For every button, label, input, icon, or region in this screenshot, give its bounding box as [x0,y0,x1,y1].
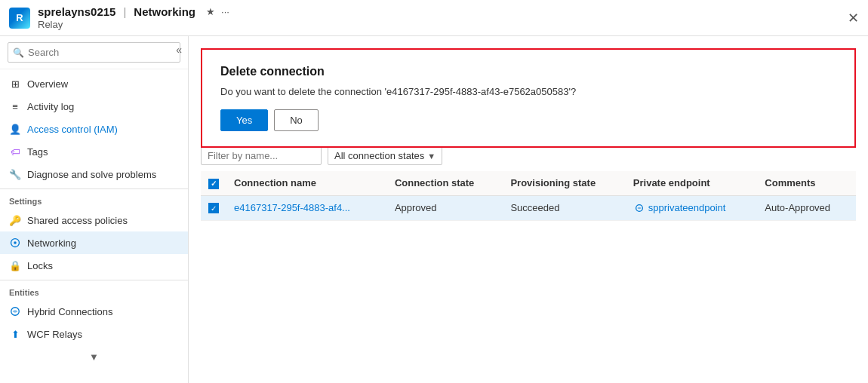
sidebar-collapse-button[interactable]: « [176,44,182,56]
access-control-icon: 👤 [9,123,21,135]
private-endpoint-text: spprivateendpoint [648,202,726,213]
sidebar-item-locks[interactable]: 🔒 Locks [0,254,188,277]
diagnose-icon: 🔧 [9,168,21,180]
activity-log-icon: ≡ [9,100,21,112]
filter-by-name-input[interactable] [201,146,322,165]
sidebar-item-shared-access-label: Shared access policies [27,215,128,226]
row-checkbox[interactable]: ✓ [208,203,219,213]
more-options-icon[interactable]: ··· [221,6,229,17]
connection-states-dropdown-icon[interactable]: ▼ [427,152,436,161]
title-bar: R sprelayns0215 | Networking ★ ··· Relay… [0,0,868,36]
dialog-buttons: Yes No [220,109,836,131]
header-checkbox-cell: ✓ [201,171,226,195]
svg-point-0 [14,241,17,244]
page-title: Networking [134,5,195,18]
column-connection-state: Connection state [387,171,503,195]
networking-icon [9,237,21,249]
column-comments: Comments [757,171,856,195]
entities-section-label: Entities [0,280,188,300]
overview-icon: ⊞ [9,78,21,90]
settings-section-label: Settings [0,188,188,209]
delete-dialog: Delete connection Do you want to delete … [201,48,856,148]
column-provisioning-state: Provisioning state [503,171,625,195]
title-separator: | [123,5,126,18]
sidebar-item-hybrid-connections[interactable]: Hybrid Connections [0,300,188,323]
sidebar-item-activity-log[interactable]: ≡ Activity log [0,95,188,118]
sidebar: 🔍 « ⊞ Overview ≡ Activity log 👤 Access c… [0,36,189,383]
row-checkbox-cell: ✓ [201,195,226,220]
header-checkbox[interactable]: ✓ [208,179,219,189]
logo-text: R [16,12,23,23]
sidebar-item-wcf-relays[interactable]: ⬆ WCF Relays [0,323,188,345]
row-connection-state: Approved [387,195,503,220]
sidebar-item-access-control[interactable]: 👤 Access control (IAM) [0,118,188,140]
resource-name: sprelayns0215 [38,5,115,18]
search-input[interactable] [8,42,180,63]
sidebar-item-wcf-relays-label: WCF Relays [27,329,82,340]
sidebar-item-networking[interactable]: Networking [0,231,188,254]
table-header-row: ✓ Connection name Connection state Provi… [201,171,856,195]
sidebar-search-container: 🔍 « [0,36,188,69]
subtitle: Relay [38,19,229,30]
row-connection-name: e4167317-295f-4883-af4... [226,195,387,220]
sidebar-scroll-down[interactable]: ▼ [0,348,188,366]
sidebar-item-access-control-label: Access control (IAM) [27,124,118,135]
dialog-message: Do you want to delete the connection 'e4… [220,86,836,97]
main-layout: 🔍 « ⊞ Overview ≡ Activity log 👤 Access c… [0,36,868,383]
connections-table: ✓ Connection name Connection state Provi… [201,171,856,221]
row-comments: Auto-Approved [757,195,856,220]
close-button[interactable]: ✕ [848,10,859,26]
sidebar-item-tags[interactable]: 🏷 Tags [0,140,188,163]
connection-states-select-value: All connection states [334,150,424,161]
favorite-icon[interactable]: ★ [206,6,215,17]
column-private-endpoint: Private endpoint [626,171,758,195]
sidebar-item-shared-access[interactable]: 🔑 Shared access policies [0,209,188,231]
table-controls: All connection states ▼ [201,146,856,165]
search-icon: 🔍 [13,47,24,58]
row-private-endpoint: spprivateendpoint [626,195,758,220]
yes-button[interactable]: Yes [220,109,268,131]
sidebar-item-tags-label: Tags [27,146,48,158]
sidebar-item-overview[interactable]: ⊞ Overview [0,72,188,95]
wcf-relays-icon: ⬆ [9,328,21,340]
sidebar-item-overview-label: Overview [27,78,68,90]
sidebar-item-networking-label: Networking [27,237,76,249]
private-endpoint-link[interactable]: spprivateendpoint [633,202,750,214]
sidebar-item-hybrid-connections-label: Hybrid Connections [27,306,112,317]
column-connection-name: Connection name [226,171,387,195]
sidebar-nav: ⊞ Overview ≡ Activity log 👤 Access contr… [0,69,188,348]
scroll-down-icon: ▼ [89,351,99,363]
locks-icon: 🔒 [9,259,21,271]
app-logo: R [9,8,30,29]
table-row: ✓ e4167317-295f-4883-af4... Approved Suc… [201,195,856,220]
shared-access-icon: 🔑 [9,214,21,226]
content-area: Delete connection Do you want to delete … [189,36,868,383]
endpoint-icon [633,202,645,214]
no-button[interactable]: No [274,109,319,131]
row-provisioning-state: Succeeded [503,195,625,220]
sidebar-item-activity-log-label: Activity log [27,101,74,112]
tags-icon: 🏷 [9,146,21,158]
sidebar-item-diagnose-label: Diagnose and solve problems [27,169,156,180]
sidebar-item-diagnose[interactable]: 🔧 Diagnose and solve problems [0,163,188,185]
hybrid-connections-icon [9,305,21,317]
connection-name-link[interactable]: e4167317-295f-4883-af4... [234,202,350,213]
dialog-title: Delete connection [220,65,836,78]
sidebar-item-locks-label: Locks [27,260,53,271]
